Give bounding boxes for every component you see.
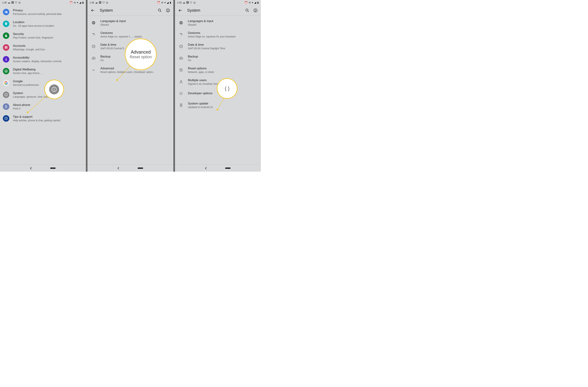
item-sub: Help articles, phone & chat, getting sta… [13, 119, 83, 122]
dnd-icon: ⊖ [161, 1, 163, 4]
shield-icon: 🛡 [102, 1, 105, 4]
svg-point-22 [168, 11, 168, 11]
back-button[interactable] [178, 8, 183, 13]
app-title: System [100, 8, 153, 13]
nav-bar [87, 164, 173, 172]
settings-item-help[interactable]: Tips & support Help articles, phone & ch… [0, 113, 86, 124]
image-icon: 🖼 [186, 1, 189, 4]
wifi-icon: ▾ [164, 1, 166, 4]
battery-icon: ▮ [82, 1, 84, 4]
item-title: Security [13, 32, 83, 36]
system-item-clock[interactable]: Date & time GMT-05:00 Central Daylight T… [175, 41, 261, 52]
app-bar: System [87, 5, 173, 16]
wifi-icon: ▾ [77, 1, 78, 4]
nav-back-icon[interactable] [30, 167, 32, 169]
item-title: Gestures [100, 31, 170, 35]
battery-icon: ▮ [257, 1, 259, 4]
settings-item-about[interactable]: About phone Pixel 3 [0, 101, 86, 113]
system-item-cloud-up[interactable]: Backup On [175, 52, 261, 64]
panel-settings: 1:35 ☁ 🖼 🛡 ◎ ⏰ ⊖ ▾ ◢ ▮ Privacy Permissio… [0, 0, 86, 172]
system-item-globe[interactable]: Languages & input Gboard [175, 17, 261, 29]
item-sub: Active Edge on, squeeze f... ...sistant [100, 35, 170, 38]
system-item-history[interactable]: Reset options Network, apps, or devic [175, 64, 261, 76]
image-icon: 🖼 [11, 1, 14, 4]
shield-icon: 🛡 [190, 1, 192, 4]
back-button[interactable] [90, 8, 95, 13]
item-sub: Pixel 3 [13, 107, 83, 110]
item-title: Tips & support [13, 115, 83, 119]
settings-item-privacy[interactable]: Privacy Permissions, account activity, p… [0, 6, 86, 18]
cloud-icon: ☁ [8, 1, 10, 4]
settings-item-google[interactable]: Google Services & preferences [0, 77, 86, 89]
system-item-gesture[interactable]: Gestures Active Edge on, squeeze f... ..… [87, 29, 173, 41]
alarm-icon: ⏰ [245, 1, 248, 4]
google-icon [3, 80, 9, 86]
item-sub: Gboard [100, 23, 170, 26]
item-sub: WhatsApp, Google, and Duo [13, 48, 83, 51]
security-icon [3, 32, 9, 39]
alarm-icon: ⏰ [70, 1, 73, 4]
nav-home-pill[interactable] [50, 167, 56, 169]
svg-point-26 [246, 9, 248, 11]
nav-bar [0, 164, 86, 172]
svg-point-16 [6, 119, 6, 119]
status-time: 1:35 [2, 1, 7, 4]
settings-item-wellbeing[interactable]: Digital Wellbeing Screen time, app timer… [0, 65, 86, 77]
cloud-icon: ☁ [183, 1, 185, 4]
settings-item-location[interactable]: Location On · 63 apps have access to loc… [0, 18, 86, 30]
svg-point-18 [54, 88, 55, 89]
svg-point-32 [180, 81, 182, 82]
system-update-icon [178, 102, 184, 108]
system-item-gesture[interactable]: Gestures Active Edge on, squeeze for you… [175, 29, 261, 41]
nav-back-icon[interactable] [117, 167, 120, 169]
item-title: Accessibility [13, 56, 83, 60]
cloud-up-icon [90, 55, 97, 61]
callout-system-icon [45, 80, 63, 99]
svg-point-3 [6, 23, 6, 24]
svg-rect-19 [54, 89, 55, 91]
settings-item-security[interactable]: Security Play Protect, screen lock, fing… [0, 30, 86, 41]
image-icon: 🖼 [99, 1, 101, 4]
callout-title: Advanced [131, 49, 151, 55]
item-title: Languages & input [188, 19, 258, 23]
item-title: Date & time [188, 43, 258, 47]
svg-point-13 [6, 106, 6, 106]
signal-icon: ◢ [254, 1, 256, 4]
search-button[interactable] [157, 8, 162, 13]
help-button[interactable] [253, 8, 258, 13]
status-bar: 1:35 ☁ 🖼 🛡 ◎ ⏰ ⊖ ▾ ◢ ▮ [87, 0, 173, 5]
search-button[interactable] [245, 8, 250, 13]
system-item-expand[interactable]: Advanced Reset options, Multiple users, … [87, 64, 173, 76]
item-sub: Network, apps, or devic [188, 71, 258, 73]
steam-icon: ◎ [19, 1, 21, 4]
svg-point-7 [6, 58, 6, 59]
callout-advanced: Advanced Reset option [126, 39, 156, 69]
privacy-icon [3, 9, 9, 15]
item-title: Privacy [13, 9, 83, 12]
dnd-icon: ⊖ [74, 1, 76, 4]
item-title: Location [13, 20, 83, 24]
cloud-icon: ☁ [95, 1, 98, 4]
svg-point-28 [255, 11, 255, 11]
app-title: System [187, 8, 240, 13]
help-button[interactable] [166, 8, 170, 13]
item-title: Accounts [13, 44, 83, 48]
item-sub: On [188, 59, 258, 62]
nav-back-icon[interactable] [205, 167, 208, 169]
info-icon [51, 87, 57, 92]
status-bar: 1:35 ☁ 🖼 🛡 ◎ ⏰ ⊖ ▾ ◢ ▮ [175, 0, 261, 5]
settings-item-accounts[interactable]: Accounts WhatsApp, Google, and Duo [0, 41, 86, 53]
svg-point-10 [6, 94, 6, 94]
system-item-globe[interactable]: Languages & input Gboard [87, 17, 173, 29]
person-icon [178, 79, 184, 85]
svg-rect-4 [5, 35, 7, 37]
globe-icon [90, 20, 97, 26]
settings-item-accessibility[interactable]: Accessibility Screen readers, display, i… [0, 53, 86, 65]
system-icon [3, 92, 9, 98]
item-sub: GMT-05:00 Central Daylight Time [188, 47, 258, 50]
item-sub: Permissions, account activity, personal … [13, 13, 83, 15]
help-icon [3, 115, 9, 122]
gesture-icon [178, 31, 184, 38]
nav-home-pill[interactable] [138, 167, 143, 169]
nav-home-pill[interactable] [225, 167, 231, 169]
